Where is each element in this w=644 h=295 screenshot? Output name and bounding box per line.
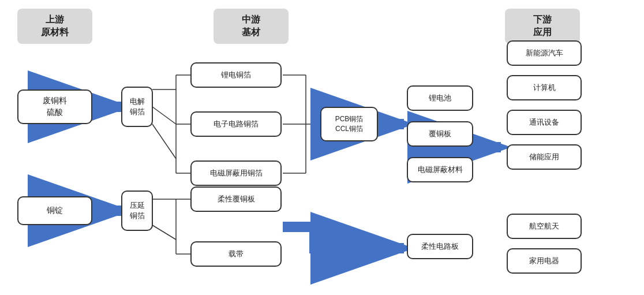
box-emc-foil: 电磁屏蔽用铜箔 (190, 160, 282, 186)
box-lithium-battery: 锂电池 (407, 85, 473, 111)
box-energy-storage: 储能应用 (507, 144, 582, 170)
header-midstream: 中游 基材 (214, 9, 289, 44)
box-circuit-foil: 电子电路铜箔 (190, 111, 282, 137)
box-waste: 废铜料硫酸 (17, 89, 92, 124)
box-ev: 新能源汽车 (507, 40, 582, 66)
svg-line-10 (152, 225, 176, 240)
box-carrier: 载带 (190, 241, 282, 267)
box-copper-ingot: 铜锭 (17, 196, 92, 225)
box-flex-board: 柔性覆铜板 (190, 186, 282, 212)
header-upstream: 上游 原材料 (17, 9, 92, 44)
box-lithium-foil: 锂电铜箔 (190, 62, 282, 88)
box-pcb-ccl: PCB铜箔CCL铜箔 (320, 107, 378, 141)
svg-line-3 (152, 107, 176, 124)
box-copper-clad: 覆铜板 (407, 121, 473, 147)
box-emc-material: 电磁屏蔽材料 (407, 157, 473, 182)
main-diagram: 上游 原材料 中游 基材 下游 应用 废铜料硫酸 铜锭 电解铜箔 压延铜箔 锂电… (0, 0, 644, 295)
box-comms: 通讯设备 (507, 110, 582, 135)
svg-line-4 (152, 124, 176, 159)
box-appliances: 家用电器 (507, 248, 582, 274)
box-electrolytic-foil: 电解铜箔 (121, 87, 153, 127)
box-rolled-foil: 压延铜箔 (121, 191, 153, 231)
box-computer: 计算机 (507, 75, 582, 100)
box-aerospace: 航空航天 (507, 214, 582, 239)
box-flex-circuit: 柔性电路板 (407, 234, 473, 259)
header-downstream: 下游 应用 (505, 9, 580, 44)
